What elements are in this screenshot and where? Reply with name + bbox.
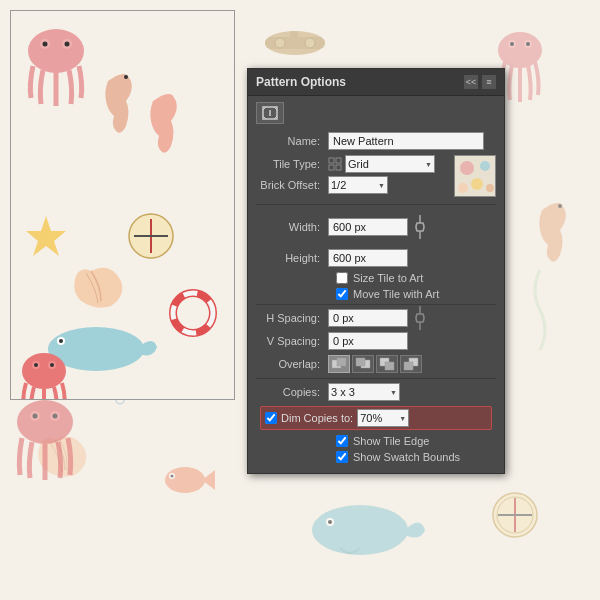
svg-point-62	[22, 353, 66, 389]
svg-point-3	[510, 42, 514, 46]
overlap-btn-4[interactable]	[400, 355, 422, 373]
h-spacing-label: H Spacing:	[256, 312, 328, 324]
pattern-options-panel: Pattern Options << ≡ Name:	[247, 68, 505, 474]
divider-3	[256, 378, 496, 379]
panel-body: Name: Tile Type:	[248, 96, 504, 473]
size-tile-label: Size Tile to Art	[353, 272, 423, 284]
svg-rect-73	[329, 158, 334, 163]
show-tile-row: Show Tile Edge	[336, 435, 496, 447]
panel-controls: << ≡	[464, 75, 496, 89]
h-spacing-input[interactable]	[328, 309, 408, 327]
brick-offset-select-wrapper: 1/2 1/3 1/4	[328, 176, 388, 194]
divider-1	[256, 204, 496, 205]
fit-icon-row	[256, 102, 496, 124]
svg-point-34	[265, 31, 325, 55]
brick-offset-select[interactable]: 1/2 1/3 1/4	[328, 176, 388, 194]
svg-point-17	[171, 475, 174, 478]
height-row: Height:	[256, 249, 496, 267]
svg-point-2	[524, 40, 532, 48]
move-tile-checkbox[interactable]	[336, 288, 348, 300]
width-row: Width:	[256, 209, 496, 244]
svg-point-80	[471, 178, 483, 190]
svg-point-59	[59, 339, 63, 343]
v-spacing-row: V Spacing:	[256, 332, 496, 350]
svg-point-4	[526, 42, 530, 46]
dim-copies-row: Dim Copies to: 70% 50% 30%	[260, 406, 492, 430]
svg-point-28	[497, 497, 533, 533]
svg-rect-76	[336, 165, 341, 170]
svg-point-37	[305, 38, 315, 48]
svg-rect-86	[356, 358, 365, 366]
svg-point-22	[50, 411, 60, 421]
overlap-btn-2[interactable]	[352, 355, 374, 373]
tile-type-select[interactable]: Grid Brick by Row Brick by Column Hex by…	[345, 155, 435, 173]
copies-label: Copies:	[256, 386, 328, 398]
copies-select[interactable]: 3 x 3 5 x 5 7 x 7	[328, 383, 400, 401]
tile-type-label: Tile Type:	[256, 158, 328, 170]
move-tile-label: Move Tile with Art	[353, 288, 439, 300]
dim-copies-label: Dim Copies to:	[281, 412, 353, 424]
svg-point-25	[553, 203, 563, 213]
svg-point-5	[312, 505, 408, 555]
svg-point-51	[124, 75, 128, 79]
v-spacing-input[interactable]	[328, 332, 408, 350]
name-input[interactable]	[328, 132, 484, 150]
show-swatch-label: Show Swatch Bounds	[353, 451, 460, 463]
copies-select-wrapper: 3 x 3 5 x 5 7 x 7	[328, 383, 400, 401]
svg-rect-84	[337, 358, 346, 366]
copies-row: Copies: 3 x 3 5 x 5 7 x 7	[256, 383, 496, 401]
preview-panel	[10, 10, 235, 400]
size-tile-row: Size Tile to Art	[336, 272, 496, 284]
dim-copies-checkbox[interactable]	[265, 412, 277, 424]
panel-header: Pattern Options << ≡	[248, 69, 504, 96]
height-label: Height:	[256, 252, 328, 264]
svg-point-52	[164, 94, 174, 104]
height-input[interactable]	[328, 249, 408, 267]
overlap-btn-1[interactable]	[328, 355, 350, 373]
svg-point-49	[65, 42, 70, 47]
tile-type-select-wrapper: Grid Brick by Row Brick by Column Hex by…	[345, 155, 435, 173]
dim-value-select[interactable]: 70% 50% 30%	[357, 409, 409, 427]
brick-offset-label: Brick Offset:	[256, 179, 328, 191]
fit-tile-button[interactable]	[256, 102, 284, 124]
svg-point-0	[498, 32, 542, 68]
tile-type-row: Tile Type: Grid Brick by Row	[256, 155, 450, 173]
size-tile-checkbox[interactable]	[336, 272, 348, 284]
svg-point-79	[480, 161, 490, 171]
svg-rect-90	[404, 362, 413, 370]
panel-title: Pattern Options	[256, 75, 346, 89]
link-wh-icon[interactable]	[411, 209, 429, 244]
pattern-thumbnail	[454, 155, 496, 197]
svg-point-36	[275, 38, 285, 48]
overlap-label: Overlap:	[256, 358, 328, 370]
name-row: Name:	[256, 132, 496, 150]
wh-section: Width: Height:	[256, 209, 496, 267]
width-input[interactable]	[328, 218, 408, 236]
show-tile-checkbox[interactable]	[336, 435, 348, 447]
svg-point-1	[508, 40, 516, 48]
svg-point-50	[119, 74, 129, 84]
svg-point-65	[34, 363, 38, 367]
panel-collapse-button[interactable]: <<	[464, 75, 478, 89]
svg-point-82	[486, 184, 494, 192]
h-spacing-row: H Spacing:	[256, 309, 496, 327]
svg-rect-35	[265, 37, 325, 49]
divider-2	[256, 304, 496, 305]
svg-rect-74	[336, 158, 341, 163]
v-spacing-label: V Spacing:	[256, 335, 328, 347]
svg-point-66	[50, 363, 54, 367]
svg-point-15	[165, 467, 205, 493]
svg-point-78	[460, 161, 474, 175]
overlap-btn-3[interactable]	[376, 355, 398, 373]
panel-menu-button[interactable]: ≡	[482, 75, 496, 89]
svg-point-6	[326, 518, 334, 526]
svg-point-45	[28, 29, 84, 73]
dim-value-select-wrapper: 70% 50% 30%	[357, 409, 409, 427]
svg-point-26	[558, 204, 562, 208]
show-swatch-checkbox[interactable]	[336, 451, 348, 463]
overlap-row: Overlap:	[256, 355, 496, 373]
svg-point-21	[30, 411, 40, 421]
svg-point-27	[493, 493, 537, 537]
svg-point-7	[328, 520, 332, 524]
svg-point-20	[17, 400, 73, 444]
